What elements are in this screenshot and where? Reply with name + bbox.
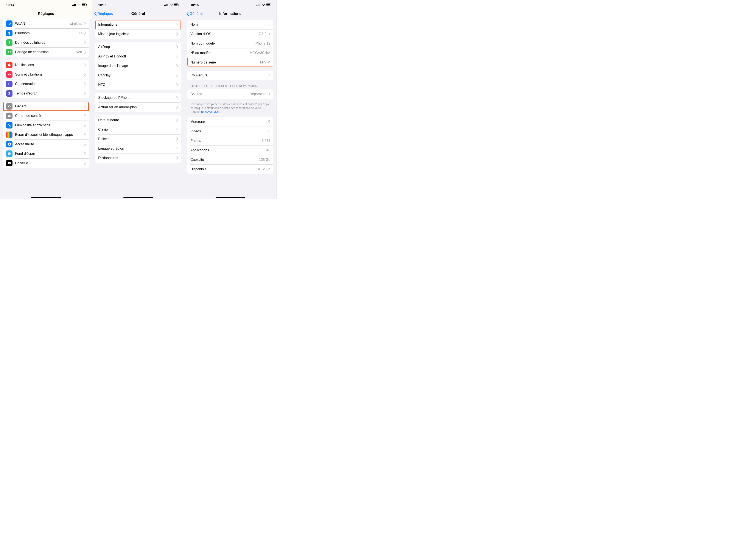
settings-row[interactable]: Morceaux0 <box>187 117 273 127</box>
settings-row[interactable]: NFC <box>95 80 181 90</box>
group-storage: Stockage de l'iPhoneActualiser en arrièr… <box>95 93 181 112</box>
settings-row[interactable]: N° du modèleMGGV3CH/A <box>187 48 273 58</box>
settings-row[interactable]: Langue et région <box>95 144 181 153</box>
settings-row[interactable]: Photos6,675 <box>187 136 273 146</box>
settings-row[interactable]: Applications48 <box>187 146 273 155</box>
settings-row[interactable]: 10En veille <box>3 159 89 168</box>
status-bar: 10:14 <box>0 0 92 9</box>
settings-row[interactable]: Actualiser en arrière-plan <box>95 103 181 112</box>
settings-row[interactable]: Date et heure <box>95 115 181 125</box>
settings-row[interactable]: AirPlay et Handoff <box>95 52 181 61</box>
antenna-icon <box>6 39 12 46</box>
row-value: MGGV3CH/A <box>250 51 270 55</box>
settings-row[interactable]: BatterieRéparation <box>187 89 273 99</box>
settings-list[interactable]: WLANwirelessBluetoothOuiDonnées cellulai… <box>0 19 92 199</box>
flower-icon <box>6 151 12 157</box>
settings-row[interactable]: Version d'iOS17.1.2 <box>187 29 273 39</box>
row-label: Informations <box>98 22 174 27</box>
section-header-parts: HISTORIQUE DES PIÈCES ET DES RÉPARATIONS <box>191 84 270 88</box>
settings-row[interactable]: Données cellulaires <box>3 38 89 47</box>
row-label: Stockage de l'iPhone <box>98 96 174 100</box>
settings-row[interactable]: Écran d'accueil et bibliothèque d'apps <box>3 130 89 140</box>
settings-row[interactable]: Nom du modèleiPhone 12 <box>187 39 273 48</box>
general-screen: 10:15 Réglages Général InformationsMise … <box>92 0 184 199</box>
row-label: Numéro de série <box>190 60 258 65</box>
chevron-right-icon <box>84 64 86 67</box>
settings-row[interactable]: Numéro de sérieFFV M <box>187 58 273 67</box>
settings-row[interactable]: Notifications <box>3 60 89 70</box>
settings-row[interactable]: Accessibilité <box>3 140 89 149</box>
settings-row[interactable]: Stockage de l'iPhone <box>95 93 181 103</box>
row-label: AirPlay et Handoff <box>98 54 174 59</box>
row-label: Général <box>15 104 82 109</box>
back-button[interactable]: Général <box>186 9 202 18</box>
chevron-right-icon <box>84 32 86 35</box>
wifi-icon <box>77 3 81 6</box>
cellular-signal-icon <box>257 3 261 6</box>
settings-row[interactable]: Général <box>3 102 89 111</box>
settings-row[interactable]: Couverture <box>187 71 273 80</box>
link-icon <box>6 49 12 55</box>
settings-row[interactable]: BluetoothOui <box>3 28 89 38</box>
settings-row[interactable]: Partage de connexionNon <box>3 47 89 57</box>
wifi-icon <box>261 3 265 6</box>
cellular-signal-icon <box>164 3 168 6</box>
back-label: Réglages <box>97 12 113 16</box>
home-indicator[interactable] <box>216 197 245 198</box>
chevron-right-icon <box>84 152 86 155</box>
settings-row[interactable]: Image dans l'image <box>95 61 181 71</box>
chevron-right-icon <box>176 157 178 160</box>
row-label: Version d'iOS <box>190 32 255 36</box>
status-icons <box>164 3 179 6</box>
settings-row[interactable]: Concentration <box>3 79 89 89</box>
svg-point-25 <box>8 153 9 154</box>
svg-point-27 <box>8 153 9 154</box>
status-bar: 10:15 <box>184 0 276 9</box>
settings-row[interactable]: Polices <box>95 134 181 144</box>
group-coverage: Couverture <box>187 71 273 80</box>
battery-icon <box>174 3 179 6</box>
settings-row[interactable]: WLANwireless <box>3 19 89 28</box>
settings-row[interactable]: Fond d'écran <box>3 149 89 159</box>
chevron-right-icon <box>176 45 178 48</box>
chevron-right-icon <box>176 119 178 122</box>
settings-row[interactable]: Vidéos38 <box>187 127 273 136</box>
settings-row[interactable]: Capacité128 Go <box>187 155 273 165</box>
row-label: Date et heure <box>98 118 174 122</box>
settings-row[interactable]: Luminosité et affichage <box>3 121 89 130</box>
svg-point-28 <box>10 153 11 154</box>
battery-icon <box>266 3 272 6</box>
nav-bar: Général Informations <box>184 9 276 18</box>
learn-more-link[interactable]: En savoir plus… <box>201 110 222 113</box>
settings-row[interactable]: Nom <box>187 20 273 29</box>
settings-screen: 10:14 Réglages WLANwirelessBluetoothOuiD… <box>0 0 92 199</box>
row-value: FFV M <box>260 61 270 64</box>
settings-row[interactable]: AirDrop <box>95 42 181 52</box>
settings-row[interactable]: Sons et vibrations <box>3 70 89 79</box>
chevron-right-icon <box>84 114 86 117</box>
nav-bar: Réglages Général <box>92 9 184 18</box>
home-indicator[interactable] <box>123 197 153 198</box>
back-button[interactable]: Réglages <box>94 9 113 18</box>
moon-icon <box>6 81 12 87</box>
settings-row[interactable]: CarPlay <box>95 71 181 80</box>
settings-row[interactable]: Temps d'écran <box>3 89 89 98</box>
row-label: Actualiser en arrière-plan <box>98 105 174 109</box>
back-chevron-icon <box>186 12 189 16</box>
chevron-right-icon <box>269 93 270 96</box>
row-label: Concentration <box>15 82 82 86</box>
settings-row[interactable]: Disponible10.12 Go <box>187 165 273 174</box>
hourglass-icon <box>6 90 12 97</box>
settings-row[interactable]: Mise à jour logicielle <box>95 29 181 39</box>
row-value: 10.12 Go <box>256 167 270 171</box>
about-list[interactable]: NomVersion d'iOS17.1.2Nom du modèleiPhon… <box>184 19 276 199</box>
row-label: Morceaux <box>190 120 267 124</box>
sun-icon <box>6 122 12 129</box>
settings-row[interactable]: Clavier <box>95 125 181 134</box>
settings-row[interactable]: Dictionnaires <box>95 153 181 163</box>
general-list[interactable]: InformationsMise à jour logicielle AirDr… <box>92 19 184 199</box>
home-indicator[interactable] <box>31 197 61 198</box>
settings-row[interactable]: Centre de contrôle <box>3 111 89 121</box>
settings-row[interactable]: Informations <box>95 20 181 29</box>
svg-point-29 <box>8 154 9 155</box>
